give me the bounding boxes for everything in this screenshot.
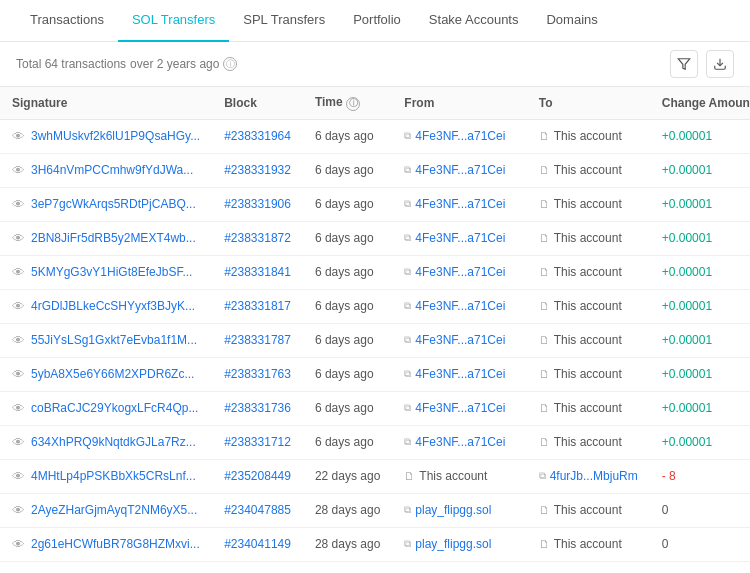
from-link[interactable]: 4Fe3NF...a71Cei [415, 333, 505, 347]
block-link[interactable]: #238331841 [224, 265, 291, 279]
from-link[interactable]: 4Fe3NF...a71Cei [415, 299, 505, 313]
to-cell: 🗋This account [527, 255, 650, 289]
block-link[interactable]: #234047885 [224, 503, 291, 517]
signature-link[interactable]: 5ybA8X5e6Y66M2XPDR6Zc... [31, 367, 194, 381]
nav-item-domains[interactable]: Domains [532, 0, 611, 42]
copy-icon[interactable]: ⧉ [404, 266, 411, 278]
signature-link[interactable]: 55JiYsLSg1Gxkt7eEvba1f1M... [31, 333, 197, 347]
eye-icon[interactable]: 👁 [12, 469, 25, 484]
table-body: 👁3whMUskvf2k6lU1P9QsaHGy...#2383319646 d… [0, 119, 750, 573]
from-cell: ⧉4Fe3NF...a71Cei [392, 221, 526, 255]
block-link[interactable]: #238331736 [224, 401, 291, 415]
table-row: 👁coBRaCJC29YkogxLFcR4Qp...#2383317366 da… [0, 391, 750, 425]
block-link[interactable]: #234041149 [224, 537, 291, 551]
time-cell: 6 days ago [303, 323, 392, 357]
account-icon: 🗋 [539, 266, 550, 278]
block-link[interactable]: #238331872 [224, 231, 291, 245]
time-info-icon[interactable]: ⓘ [346, 97, 360, 111]
from-link[interactable]: 4Fe3NF...a71Cei [415, 401, 505, 415]
signature-link[interactable]: 3H64nVmPCCmhw9fYdJWa... [31, 163, 193, 177]
eye-icon[interactable]: 👁 [12, 537, 25, 552]
info-icon[interactable]: ⓘ [223, 57, 237, 71]
signature-link[interactable]: 2g61eHCWfuBR78G8HZMxvi... [31, 537, 200, 551]
block-link[interactable]: #238331817 [224, 299, 291, 313]
table-row: 👁634XhPRQ9kNqtdkGJLa7Rz...#2383317126 da… [0, 425, 750, 459]
from-link[interactable]: 4Fe3NF...a71Cei [415, 231, 505, 245]
signature-link[interactable]: 634XhPRQ9kNqtdkGJLa7Rz... [31, 435, 196, 449]
block-link[interactable]: #238331964 [224, 129, 291, 143]
copy-icon[interactable]: ⧉ [404, 130, 411, 142]
block-link[interactable]: #235208449 [224, 469, 291, 483]
block-link[interactable]: #238331787 [224, 333, 291, 347]
export-button[interactable] [706, 50, 734, 78]
block-cell: #235208449 [212, 459, 303, 493]
block-link[interactable]: #238331906 [224, 197, 291, 211]
signature-link[interactable]: 2BN8JiFr5dRB5y2MEXT4wb... [31, 231, 196, 245]
eye-icon[interactable]: 👁 [12, 231, 25, 246]
eye-icon[interactable]: 👁 [12, 197, 25, 212]
signature-link[interactable]: 4MHtLp4pPSKBbXk5CRsLnf... [31, 469, 196, 483]
account-icon: 🗋 [539, 232, 550, 244]
copy-icon[interactable]: ⧉ [404, 538, 411, 550]
eye-icon[interactable]: 👁 [12, 299, 25, 314]
nav-item-spl-transfers[interactable]: SPL Transfers [229, 0, 339, 42]
table-row: 👁4rGDlJBLkeCcSHYyxf3BJyK...#2383318176 d… [0, 289, 750, 323]
from-cell: ⧉play_flipgg.sol [392, 527, 526, 561]
signature-link[interactable]: 3whMUskvf2k6lU1P9QsaHGy... [31, 129, 200, 143]
copy-icon[interactable]: ⧉ [404, 164, 411, 176]
signature-link[interactable]: coBRaCJC29YkogxLFcR4Qp... [31, 401, 198, 415]
eye-icon[interactable]: 👁 [12, 503, 25, 518]
filter-button[interactable] [670, 50, 698, 78]
to-link[interactable]: 4furJb...MbjuRm [550, 469, 638, 483]
from-link[interactable]: play_flipgg.sol [415, 503, 491, 517]
table-row: 👁4MHtLp4pPSKBbXk5CRsLnf...#23520844922 d… [0, 459, 750, 493]
time-value: 28 days ago [315, 537, 380, 551]
copy-icon[interactable]: ⧉ [404, 504, 411, 516]
eye-icon[interactable]: 👁 [12, 435, 25, 450]
from-link[interactable]: 4Fe3NF...a71Cei [415, 265, 505, 279]
copy-icon[interactable]: ⧉ [404, 368, 411, 380]
block-link[interactable]: #238331932 [224, 163, 291, 177]
eye-icon[interactable]: 👁 [12, 129, 25, 144]
from-link[interactable]: 4Fe3NF...a71Cei [415, 163, 505, 177]
time-cell: 6 days ago [303, 255, 392, 289]
time-cell: 6 days ago [303, 187, 392, 221]
block-link[interactable]: #238331763 [224, 367, 291, 381]
nav-item-portfolio[interactable]: Portfolio [339, 0, 415, 42]
signature-link[interactable]: 2AyeZHarGjmAyqT2NM6yX5... [31, 503, 197, 517]
block-link[interactable]: #238331712 [224, 435, 291, 449]
copy-icon[interactable]: ⧉ [404, 300, 411, 312]
from-link[interactable]: 4Fe3NF...a71Cei [415, 435, 505, 449]
from-link[interactable]: 4Fe3NF...a71Cei [415, 367, 505, 381]
eye-icon[interactable]: 👁 [12, 401, 25, 416]
eye-icon[interactable]: 👁 [12, 163, 25, 178]
eye-icon[interactable]: 👁 [12, 333, 25, 348]
copy-icon[interactable]: ⧉ [404, 232, 411, 244]
from-link[interactable]: play_flipgg.sol [415, 537, 491, 551]
copy-icon[interactable]: ⧉ [404, 198, 411, 210]
time-cell: 6 days ago [303, 119, 392, 153]
copy-icon[interactable]: ⧉ [404, 402, 411, 414]
nav-item-transactions[interactable]: Transactions [16, 0, 118, 42]
from-link[interactable]: 4Fe3NF...a71Cei [415, 129, 505, 143]
top-nav: TransactionsSOL TransfersSPL TransfersPo… [0, 0, 750, 42]
table-row: 👁3H64nVmPCCmhw9fYdJWa...#2383319326 days… [0, 153, 750, 187]
copy-icon[interactable]: ⧉ [539, 470, 546, 482]
from-link[interactable]: 4Fe3NF...a71Cei [415, 197, 505, 211]
amount-value: +0.00001 [662, 197, 712, 211]
signature-link[interactable]: 3eP7gcWkArqs5RDtPjCABQ... [31, 197, 196, 211]
signature-link[interactable]: 5KMYgG3vY1HiGt8EfeJbSF... [31, 265, 192, 279]
copy-icon[interactable]: ⧉ [404, 436, 411, 448]
to-value: This account [554, 401, 622, 415]
signature-link[interactable]: 4rGDlJBLkeCcSHYyxf3BJyK... [31, 299, 195, 313]
eye-icon[interactable]: 👁 [12, 265, 25, 280]
from-cell: ⧉4Fe3NF...a71Cei [392, 289, 526, 323]
nav-item-stake-accounts[interactable]: Stake Accounts [415, 0, 533, 42]
time-cell: 6 days ago [303, 357, 392, 391]
copy-icon[interactable]: ⧉ [404, 334, 411, 346]
to-cell: 🗋This account [527, 357, 650, 391]
block-cell: #234041149 [212, 527, 303, 561]
from-cell: ⧉4Fe3NF...a71Cei [392, 255, 526, 289]
eye-icon[interactable]: 👁 [12, 367, 25, 382]
nav-item-sol-transfers[interactable]: SOL Transfers [118, 0, 229, 42]
